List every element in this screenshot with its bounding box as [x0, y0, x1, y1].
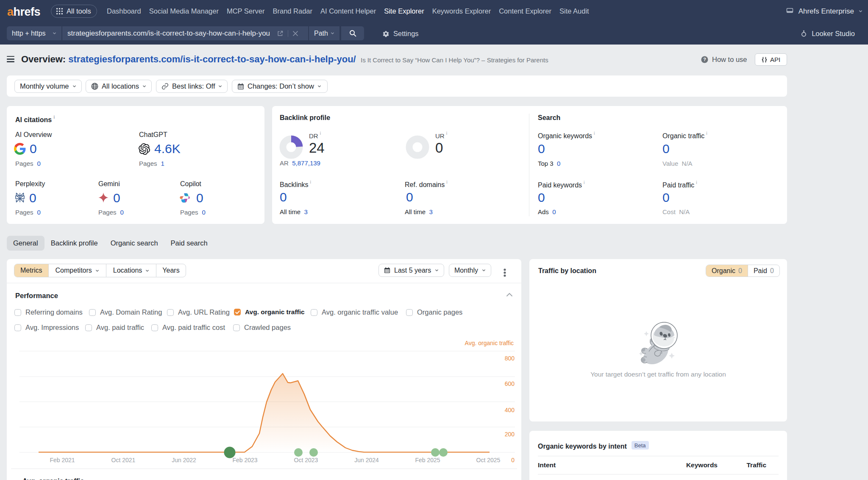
svg-text:0: 0 [511, 457, 515, 463]
svg-text:Oct 2025: Oct 2025 [476, 457, 501, 463]
svg-text:Feb 2023: Feb 2023 [232, 457, 257, 463]
svg-text:Jun 2024: Jun 2024 [354, 457, 379, 463]
svg-text:800: 800 [505, 355, 515, 362]
svg-text:Feb 2021: Feb 2021 [50, 457, 75, 463]
svg-text:400: 400 [505, 407, 515, 413]
svg-text:Oct 2023: Oct 2023 [294, 457, 318, 463]
svg-text:Oct 2021: Oct 2021 [111, 457, 136, 463]
svg-text:200: 200 [505, 431, 515, 438]
svg-text:Jun 2022: Jun 2022 [172, 457, 196, 463]
svg-text:Feb 2025: Feb 2025 [415, 457, 440, 463]
svg-text:600: 600 [505, 380, 515, 387]
svg-text:Avg. organic traffic: Avg. organic traffic [465, 340, 514, 346]
svg-text:?: ? [703, 57, 706, 62]
